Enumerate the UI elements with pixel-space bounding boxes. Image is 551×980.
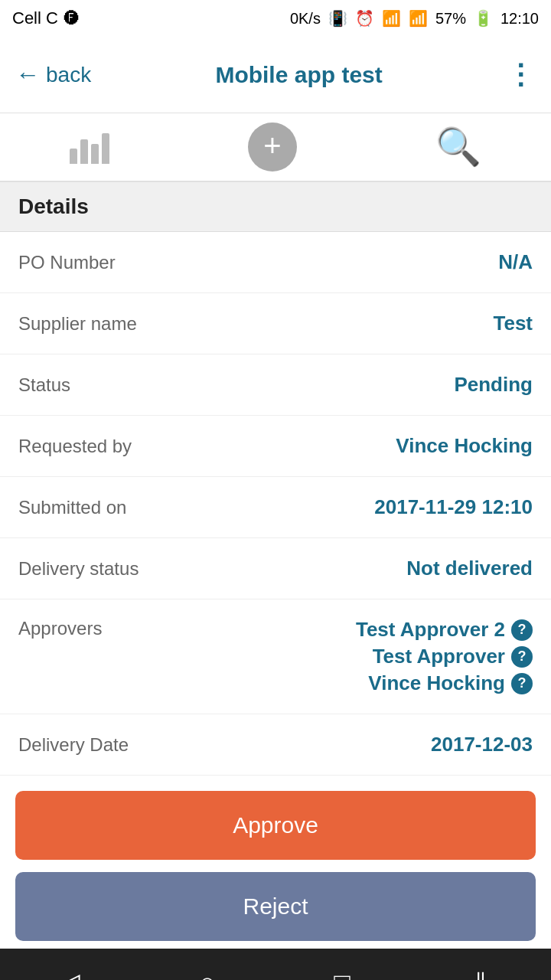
delivery-date-value: 2017-12-03 [129,733,533,756]
list-item: Test Approver ? [373,645,533,668]
approver-name-2: Test Approver [373,645,505,668]
nav-recents-icon[interactable]: □ [334,967,350,980]
fb-icon: 🅕 [64,10,80,28]
supplier-name-row: Supplier name Test [0,293,551,354]
list-item: Vince Hocking ? [368,671,533,695]
back-label: back [46,63,91,87]
plus-icon: + [263,130,281,161]
approvers-row: Approvers Test Approver 2 ? Test Approve… [0,599,551,714]
help-icon-2[interactable]: ? [511,646,533,668]
toolbar: + 🔍 [0,113,551,182]
delivery-date-label: Delivery Date [18,734,129,756]
nav-home-icon[interactable]: ○ [199,967,216,980]
nav-down-icon[interactable]: ⇓ [469,967,492,980]
approve-button[interactable]: Approve [15,791,536,860]
vibrate-icon: 📳 [328,9,347,28]
bar-chart-icon [70,130,109,164]
help-icon-1[interactable]: ? [511,619,533,641]
supplier-name-value: Test [137,312,533,335]
status-bar: Cell C 🅕 0K/s 📳 ⏰ 📶 📶 57% 🔋 12:10 [0,0,551,37]
time-label: 12:10 [500,10,539,28]
submitted-on-value: 2017-11-29 12:10 [126,495,533,519]
alarm-icon: ⏰ [355,9,374,28]
po-number-value: N/A [116,250,533,274]
requested-by-value: Vince Hocking [132,434,533,458]
actions: Approve Reject [0,776,551,949]
page-title: Mobile app test [91,62,507,88]
list-item: Test Approver 2 ? [356,618,533,642]
menu-button[interactable]: ⋮ [507,59,536,91]
status-label: Status [18,374,70,396]
signal-icon: 📶 [409,9,428,28]
search-button[interactable]: 🔍 [435,126,481,168]
header: ← back Mobile app test ⋮ [0,37,551,113]
nav-bar: ◁ ○ □ ⇓ [0,949,551,980]
approver-name-3: Vince Hocking [368,671,505,695]
status-value: Pending [70,373,533,397]
status-right: 0K/s 📳 ⏰ 📶 📶 57% 🔋 12:10 [290,9,539,28]
network-speed: 0K/s [290,10,321,28]
section-header: Details [0,182,551,232]
nav-back-icon[interactable]: ◁ [59,967,80,980]
delivery-status-row: Delivery status Not delivered [0,538,551,599]
po-number-label: PO Number [18,252,116,273]
submitted-on-label: Submitted on [18,497,126,518]
supplier-name-label: Supplier name [18,313,137,335]
battery-icon: 🔋 [474,9,493,28]
battery-label: 57% [435,10,466,28]
delivery-date-row: Delivery Date 2017-12-03 [0,714,551,776]
reject-button[interactable]: Reject [15,872,536,941]
po-number-row: PO Number N/A [0,232,551,293]
carrier-label: Cell C [12,8,58,28]
bar-chart-button[interactable] [70,130,109,164]
approvers-label: Approvers [18,618,102,639]
submitted-on-row: Submitted on 2017-11-29 12:10 [0,477,551,538]
status-left: Cell C 🅕 [12,8,80,28]
add-button[interactable]: + [248,122,297,172]
delivery-status-value: Not delivered [139,557,533,580]
requested-by-row: Requested by Vince Hocking [0,416,551,477]
wifi-icon: 📶 [382,9,401,28]
requested-by-label: Requested by [18,436,132,457]
back-arrow-icon: ← [15,60,40,89]
approvers-list: Test Approver 2 ? Test Approver ? Vince … [356,618,533,695]
status-row: Status Pending [0,354,551,416]
approver-name-1: Test Approver 2 [356,618,505,642]
back-button[interactable]: ← back [15,60,91,89]
help-icon-3[interactable]: ? [511,673,533,694]
delivery-status-label: Delivery status [18,558,139,580]
search-icon: 🔍 [435,126,481,168]
